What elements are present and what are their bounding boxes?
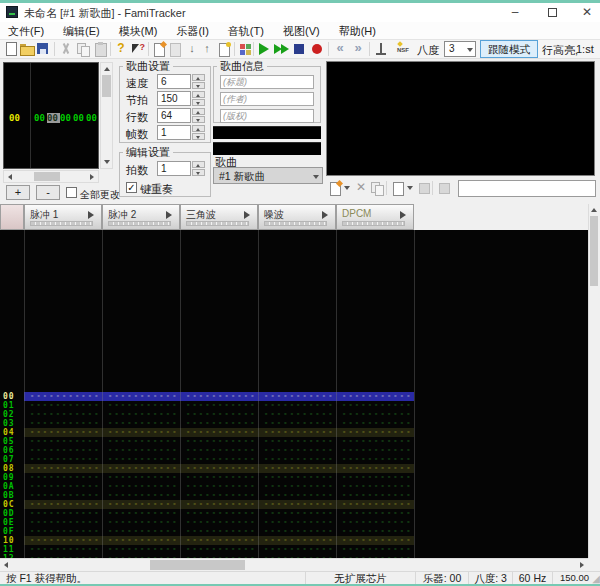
- pattern-cell[interactable]: -----------: [258, 410, 336, 419]
- pattern-cell[interactable]: -----------: [258, 401, 336, 410]
- pattern-cell[interactable]: -----------: [24, 410, 102, 419]
- spin-up-icon[interactable]: [192, 108, 205, 115]
- frame-pattern-ch3[interactable]: 00: [60, 113, 73, 123]
- octave-select[interactable]: 3: [444, 41, 476, 57]
- pattern-row-08[interactable]: 08--------------------------------------…: [0, 464, 414, 473]
- pattern-cell[interactable]: -----------: [102, 491, 180, 500]
- pattern-cell[interactable]: -----------: [24, 428, 102, 437]
- menu-track[interactable]: 音轨(T): [220, 22, 272, 39]
- pattern-cell[interactable]: -----------: [24, 545, 102, 554]
- pattern-row-0F[interactable]: 0F--------------------------------------…: [0, 527, 414, 536]
- new-instrument-dropdown-icon[interactable]: [344, 186, 350, 190]
- song-title-input[interactable]: (标题): [220, 75, 314, 89]
- pattern-cell[interactable]: -----------: [24, 437, 102, 446]
- frame-vertical-scrollbar[interactable]: [100, 62, 113, 169]
- pattern-cell[interactable]: -----------: [180, 410, 258, 419]
- pattern-cell[interactable]: -----------: [24, 392, 102, 401]
- pattern-row-03[interactable]: 03--------------------------------------…: [0, 419, 414, 428]
- move-frame-up-icon[interactable]: ↑: [199, 41, 215, 57]
- pattern-row-09[interactable]: 09--------------------------------------…: [0, 473, 414, 482]
- pattern-cell[interactable]: -----------: [180, 491, 258, 500]
- pattern-cell[interactable]: -----------: [102, 437, 180, 446]
- frame-pattern-ch4[interactable]: 00: [73, 113, 86, 123]
- pattern-row-0A[interactable]: 0A--------------------------------------…: [0, 482, 414, 491]
- remove-instrument-icon[interactable]: ✕: [353, 180, 369, 196]
- pattern-cell[interactable]: -----------: [102, 446, 180, 455]
- scroll-right-icon[interactable]: [90, 174, 94, 180]
- frame-pattern-ch2[interactable]: 00: [47, 113, 60, 123]
- pattern-row-02[interactable]: 02--------------------------------------…: [0, 410, 414, 419]
- channel-header-triangle[interactable]: 三角波: [180, 204, 258, 230]
- pattern-cell[interactable]: -----------: [258, 428, 336, 437]
- pattern-cell[interactable]: -----------: [24, 491, 102, 500]
- channel-header-pulse1[interactable]: 脉冲 1: [24, 204, 102, 230]
- pattern-cell[interactable]: -----------: [336, 473, 414, 482]
- add-frame-icon[interactable]: [151, 41, 167, 57]
- song-author-input[interactable]: (作者): [220, 92, 314, 106]
- pattern-cell[interactable]: -----------: [102, 509, 180, 518]
- pattern-cell[interactable]: -----------: [336, 428, 414, 437]
- pattern-cell[interactable]: -----------: [180, 428, 258, 437]
- pattern-cell[interactable]: -----------: [258, 392, 336, 401]
- clone-frame-icon[interactable]: [216, 41, 232, 57]
- change-all-checkbox[interactable]: [66, 187, 77, 198]
- pattern-cell[interactable]: -----------: [102, 545, 180, 554]
- beat-stepper[interactable]: [192, 161, 205, 176]
- open-file-icon[interactable]: [19, 41, 35, 57]
- pattern-row-0C[interactable]: 0C--------------------------------------…: [0, 500, 414, 509]
- pattern-vertical-scrollbar[interactable]: [588, 204, 600, 558]
- scrollbar-thumb[interactable]: [150, 560, 245, 570]
- pattern-cell[interactable]: -----------: [336, 500, 414, 509]
- pattern-cell[interactable]: -----------: [258, 500, 336, 509]
- pattern-cell[interactable]: -----------: [180, 473, 258, 482]
- scroll-up-icon[interactable]: [591, 208, 597, 212]
- pattern-cell[interactable]: -----------: [258, 545, 336, 554]
- scroll-right-icon[interactable]: [580, 562, 584, 568]
- spin-up-icon[interactable]: [192, 91, 205, 98]
- new-instrument-icon[interactable]: [327, 180, 343, 196]
- pattern-row-11[interactable]: 11--------------------------------------…: [0, 545, 414, 554]
- pattern-cell[interactable]: -----------: [24, 482, 102, 491]
- channel-header-noise[interactable]: 噪波: [258, 204, 336, 230]
- pattern-cell[interactable]: -----------: [180, 446, 258, 455]
- spin-down-icon[interactable]: [192, 82, 205, 89]
- close-button[interactable]: ✕: [572, 4, 600, 22]
- pattern-cell[interactable]: -----------: [180, 536, 258, 545]
- paste-icon[interactable]: [92, 41, 108, 57]
- pattern-cell[interactable]: -----------: [24, 518, 102, 527]
- pattern-cell[interactable]: -----------: [258, 509, 336, 518]
- beat-input[interactable]: 1: [157, 161, 191, 176]
- pattern-cell[interactable]: -----------: [102, 401, 180, 410]
- create-nsf-icon[interactable]: NSF: [392, 41, 414, 57]
- spin-down-icon[interactable]: [192, 133, 205, 140]
- frame-horizontal-scrollbar[interactable]: [3, 170, 99, 183]
- pattern-cell[interactable]: -----------: [102, 419, 180, 428]
- pattern-cell[interactable]: -----------: [180, 482, 258, 491]
- pattern-row-00[interactable]: 00--------------------------------------…: [0, 392, 414, 401]
- pattern-cell[interactable]: -----------: [258, 527, 336, 536]
- pattern-cell[interactable]: -----------: [102, 482, 180, 491]
- menu-edit[interactable]: 编辑(E): [55, 22, 108, 39]
- key-repeat-checkbox[interactable]: ✓: [126, 182, 137, 193]
- rows-stepper[interactable]: [192, 108, 205, 123]
- pattern-cell[interactable]: -----------: [102, 518, 180, 527]
- pattern-horizontal-scrollbar[interactable]: [0, 558, 588, 572]
- pattern-cell[interactable]: -----------: [24, 527, 102, 536]
- pattern-cell[interactable]: -----------: [180, 518, 258, 527]
- pattern-grid[interactable]: 00--------------------------------------…: [0, 230, 588, 558]
- rows-input[interactable]: 64: [157, 108, 191, 123]
- pattern-cell[interactable]: -----------: [24, 419, 102, 428]
- pattern-cell[interactable]: -----------: [258, 419, 336, 428]
- stop-icon[interactable]: [291, 41, 307, 57]
- pattern-cell[interactable]: -----------: [180, 455, 258, 464]
- spin-up-icon[interactable]: [192, 161, 205, 168]
- pattern-cell[interactable]: -----------: [336, 419, 414, 428]
- save-file-icon[interactable]: [35, 41, 51, 57]
- menu-module[interactable]: 模块(M): [111, 22, 166, 39]
- channel-header-pulse2[interactable]: 脉冲 2: [102, 204, 180, 230]
- tempo-stepper[interactable]: [192, 91, 205, 106]
- pattern-cell[interactable]: -----------: [102, 428, 180, 437]
- pattern-cell[interactable]: -----------: [180, 392, 258, 401]
- pattern-cell[interactable]: -----------: [102, 500, 180, 509]
- pattern-cell[interactable]: -----------: [102, 473, 180, 482]
